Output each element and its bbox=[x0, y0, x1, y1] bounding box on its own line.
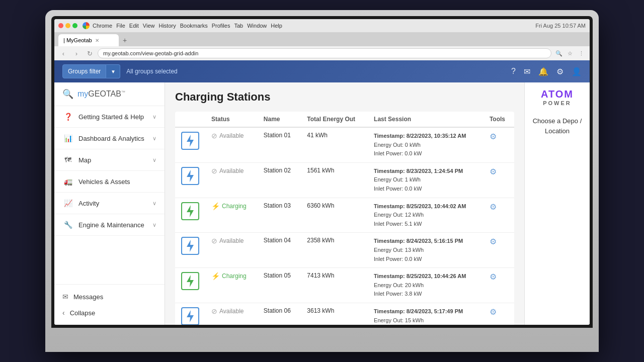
station-name-cell: Station 04 bbox=[258, 233, 301, 268]
gear-icon[interactable]: ⚙ bbox=[490, 237, 497, 246]
user-icon[interactable]: 👤 bbox=[572, 67, 582, 76]
station-icon bbox=[181, 167, 199, 185]
energy-out: Energy Out: 12 kWh bbox=[374, 212, 424, 218]
station-name-cell: Station 02 bbox=[258, 162, 301, 198]
station-icon bbox=[181, 202, 199, 220]
address-bar[interactable]: my.geotab.com/view-geotab-grid-addin bbox=[98, 48, 551, 58]
sidebar-item-activity-label: Activity bbox=[78, 200, 147, 207]
refresh-button[interactable]: ↻ bbox=[85, 48, 95, 58]
station-icon bbox=[181, 237, 199, 255]
bookmark-icon[interactable]: ☆ bbox=[566, 49, 575, 58]
table-row: ⊘AvailableStation 063613 kWhTimestamp: 8… bbox=[175, 303, 514, 325]
gear-icon[interactable]: ⚙ bbox=[490, 203, 497, 211]
vehicles-icon: 🚛 bbox=[62, 176, 73, 187]
choose-depo-text: Choose a Depo / Location bbox=[531, 116, 584, 136]
menu-tab[interactable]: Tab bbox=[234, 23, 243, 29]
tools-cell: ⚙ bbox=[484, 303, 514, 325]
last-session-cell: Timestamp: 8/23/2023, 1:24:54 PM Energy … bbox=[368, 162, 484, 198]
messages-label: Messages bbox=[73, 293, 103, 301]
bell-icon[interactable]: 🔔 bbox=[538, 67, 548, 76]
forward-button[interactable]: › bbox=[71, 48, 82, 58]
help-icon[interactable]: ? bbox=[511, 67, 516, 76]
menu-history[interactable]: History bbox=[158, 23, 176, 29]
close-dot[interactable] bbox=[58, 23, 63, 28]
inlet-power: Inlet Power: 0.0 kW bbox=[374, 256, 422, 262]
status-badge: ⚡Charging bbox=[211, 202, 252, 210]
menu-file[interactable]: File bbox=[116, 23, 125, 29]
status-text: Available bbox=[219, 132, 244, 139]
gear-icon[interactable]: ⚙ bbox=[490, 132, 497, 141]
sidebar-nav: ❓ Getting Started & Help ∨ 📊 Dashboard &… bbox=[54, 106, 165, 284]
gear-icon[interactable]: ⚙ bbox=[490, 273, 497, 281]
sidebar-item-vehicles[interactable]: 🚛 Vehicles & Assets bbox=[54, 171, 165, 193]
extension-icon[interactable]: 🔍 bbox=[554, 49, 564, 58]
menu-help[interactable]: Help bbox=[271, 23, 282, 29]
status-indicator: ⚡ bbox=[211, 272, 220, 280]
settings-icon[interactable]: ⚙ bbox=[556, 67, 564, 76]
session-info: Timestamp: 8/22/2023, 10:35:12 AM Energy… bbox=[374, 132, 477, 158]
sidebar-item-map[interactable]: 🗺 Map ∨ bbox=[54, 149, 165, 171]
browser-tab[interactable]: | MyGeotab ✕ bbox=[58, 34, 119, 46]
groups-filter-label: Groups filter bbox=[68, 68, 101, 75]
messages-item[interactable]: ✉ Messages bbox=[62, 289, 156, 305]
menu-chrome[interactable]: Chrome bbox=[93, 23, 112, 29]
station-icon-cell bbox=[175, 198, 205, 233]
groups-filter-dropdown-button[interactable]: ▼ bbox=[106, 64, 120, 78]
menu-edit[interactable]: Edit bbox=[129, 23, 139, 29]
energy-out: Energy Out: 0 kWh bbox=[374, 142, 421, 148]
minimize-dot[interactable] bbox=[65, 23, 70, 28]
sidebar-item-map-label: Map bbox=[78, 156, 147, 164]
station-icon bbox=[181, 132, 199, 150]
timestamp: Timestamp: 8/23/2023, 1:24:54 PM bbox=[374, 168, 463, 174]
chevron-down-icon: ∨ bbox=[152, 157, 156, 163]
brand-search-icon: 🔍 bbox=[62, 88, 73, 100]
timestamp: Timestamp: 8/25/2023, 10:44:02 AM bbox=[374, 203, 466, 209]
total-energy-cell: 6360 kWh bbox=[301, 198, 368, 233]
station-icon-cell bbox=[175, 303, 205, 325]
messages-icon: ✉ bbox=[62, 293, 68, 301]
collapse-item[interactable]: ‹ Collapse bbox=[62, 305, 156, 321]
sidebar-item-engine[interactable]: 🔧 Engine & Maintenance ∨ bbox=[54, 214, 165, 236]
menu-bookmarks[interactable]: Bookmarks bbox=[180, 23, 208, 29]
status-text: Available bbox=[219, 237, 244, 244]
all-groups-text: All groups selected bbox=[126, 68, 177, 75]
sidebar-item-activity[interactable]: 📈 Activity ∨ bbox=[54, 193, 165, 214]
col-icon bbox=[175, 112, 205, 127]
gear-icon[interactable]: ⚙ bbox=[490, 308, 497, 316]
energy-out: Energy Out: 20 kWh bbox=[374, 282, 424, 288]
menu-view[interactable]: View bbox=[143, 23, 155, 29]
col-tools: Tools bbox=[484, 112, 514, 127]
menu-window[interactable]: Window bbox=[247, 23, 267, 29]
svg-marker-3 bbox=[187, 240, 194, 252]
back-button[interactable]: ‹ bbox=[58, 48, 68, 58]
station-icon-cell bbox=[175, 162, 205, 198]
browser-menu: Chrome File Edit View History Bookmarks … bbox=[93, 23, 282, 29]
groups-filter-button[interactable]: Groups filter bbox=[62, 64, 106, 78]
last-session-cell: Timestamp: 8/24/2023, 5:17:49 PM Energy … bbox=[368, 303, 484, 325]
menu-profiles[interactable]: Profiles bbox=[212, 23, 230, 29]
table-row: ⚡ChargingStation 036360 kWhTimestamp: 8/… bbox=[175, 198, 514, 233]
tools-cell: ⚙ bbox=[484, 233, 514, 268]
total-energy-cell: 7413 kWh bbox=[301, 268, 368, 303]
help-circle-icon: ❓ bbox=[62, 111, 73, 122]
status-cell: ⊘Available bbox=[205, 303, 258, 325]
gear-icon[interactable]: ⚙ bbox=[490, 167, 497, 176]
sidebar-item-getting-started[interactable]: ❓ Getting Started & Help ∨ bbox=[54, 106, 165, 128]
timestamp: Timestamp: 8/22/2023, 10:35:12 AM bbox=[374, 133, 466, 139]
tab-close-icon[interactable]: ✕ bbox=[95, 38, 99, 43]
maximize-dot[interactable] bbox=[72, 23, 77, 28]
sidebar-brand: 🔍 myGEOTAB™ bbox=[54, 82, 165, 106]
tools-cell: ⚙ bbox=[484, 268, 514, 303]
new-tab-button[interactable]: + bbox=[119, 34, 131, 46]
status-cell: ⚡Charging bbox=[205, 268, 258, 303]
more-icon[interactable]: ⋮ bbox=[577, 49, 586, 58]
sidebar-item-dashboard[interactable]: 📊 Dashboard & Analytics ∨ bbox=[54, 128, 165, 149]
app-body: 🔍 myGEOTAB™ ❓ Getting Started & Help ∨ bbox=[54, 82, 590, 325]
stations-table: Status Name Total Energy Out Last Sessio… bbox=[175, 112, 514, 325]
mail-icon[interactable]: ✉ bbox=[524, 67, 530, 76]
svg-marker-1 bbox=[187, 170, 194, 182]
table-row: ⚡ChargingStation 057413 kWhTimestamp: 8/… bbox=[175, 268, 514, 303]
tools-cell: ⚙ bbox=[484, 127, 514, 162]
status-badge: ⊘Available bbox=[211, 167, 252, 175]
total-energy-cell: 41 kWh bbox=[301, 127, 368, 162]
